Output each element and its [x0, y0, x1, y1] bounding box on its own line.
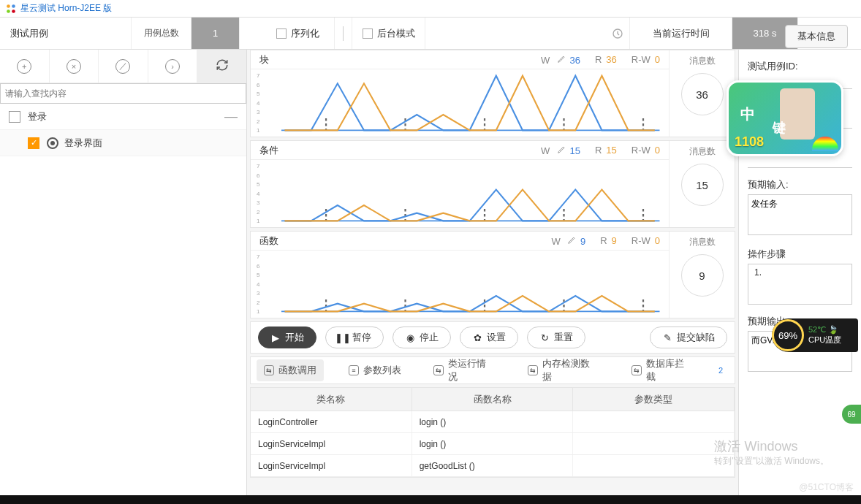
stop-button[interactable]: ◉停止 — [392, 327, 451, 348]
cpu-temp-widget[interactable]: 69% 52℃ 🍃 CPU温度 — [772, 318, 858, 352]
runtime-label: 当前运行时间 — [630, 18, 732, 49]
td-func: getGoodList () — [412, 455, 574, 476]
rw-value: 0 — [655, 54, 660, 65]
case-id-label: 测试用例ID: — [748, 60, 852, 73]
refresh-icon — [216, 58, 229, 74]
td-params — [573, 455, 735, 476]
message-count-label: 消息数 — [689, 55, 716, 67]
y-axis: 1234567 — [257, 163, 259, 224]
start-button[interactable]: ▶开始 — [258, 327, 316, 348]
w-value: 36 — [569, 55, 580, 66]
stop-icon: ◉ — [405, 332, 415, 343]
pause-icon: ❚❚ — [338, 332, 348, 343]
ime-char2: 键 — [773, 119, 786, 137]
ime-char: 中 — [740, 104, 755, 124]
clock-icon — [425, 18, 630, 49]
checkbox-icon[interactable] — [9, 111, 20, 123]
message-count-value: 9 — [681, 254, 724, 297]
th-func: 函数名称 — [412, 388, 574, 411]
table-row[interactable]: LoginServiceImpl login () — [251, 433, 735, 455]
list-icon: ⇆ — [631, 365, 642, 375]
basic-info-button[interactable]: 基本信息 — [785, 25, 848, 48]
tab-func-call[interactable]: ⇆函数调用 — [257, 359, 324, 381]
list-icon: ⇆ — [528, 365, 538, 375]
side-badge[interactable]: 69 — [842, 405, 861, 424]
background-mode-toggle[interactable]: 后台模式 — [352, 18, 425, 49]
chart-block-0: 块 W 36 R36 R-W0 1234567 消息数 36 — [250, 50, 735, 137]
edit-icon: ✎ — [662, 332, 672, 343]
total-cases-label: 用例总数 — [132, 18, 191, 49]
r-value: 9 — [612, 235, 617, 246]
table-row[interactable]: LoginController login () — [251, 411, 735, 433]
list-icon: ⇆ — [264, 365, 274, 375]
play-icon: ▶ — [270, 332, 281, 343]
svg-point-3 — [12, 9, 15, 13]
page-indicator[interactable]: 2 — [718, 366, 723, 375]
submit-defect-button[interactable]: ✎提交缺陷 — [650, 327, 727, 348]
pencil-icon[interactable] — [567, 234, 577, 245]
delete-button[interactable]: × — [50, 50, 99, 83]
taskbar[interactable] — [0, 495, 861, 504]
ime-overlay-widget[interactable]: 中 键 1108 — [727, 80, 843, 156]
message-count-label: 消息数 — [689, 236, 716, 248]
serialize-toggle[interactable]: 序列化 — [262, 18, 335, 49]
rw-value: 0 — [655, 235, 660, 246]
settings-button[interactable]: ✿设置 — [460, 327, 518, 348]
chart-title: 函数 — [259, 234, 303, 248]
tree-root-login[interactable]: 登录 — — [0, 104, 246, 130]
expected-input-field[interactable]: 发任务 — [748, 194, 852, 235]
edit-button[interactable]: ／ — [99, 50, 148, 83]
title-bar: 星云测试 Horn-J2EE 版 — [0, 0, 861, 18]
tree-label: 登录 — [28, 110, 47, 123]
reset-icon: ↻ — [539, 332, 550, 343]
r-value: 36 — [606, 54, 616, 65]
collapse-icon[interactable]: — — [224, 109, 238, 124]
checkbox-checked-icon[interactable]: ✓ — [28, 137, 39, 149]
cpu-temp-label: CPU温度 — [808, 335, 841, 345]
pencil-icon[interactable] — [557, 144, 567, 154]
td-class: LoginServiceImpl — [251, 455, 412, 476]
refresh-button[interactable] — [197, 50, 246, 83]
tab-param-list[interactable]: ≡参数列表 — [341, 359, 409, 381]
tab-db-intercept[interactable]: ⇆数据库拦截 — [624, 353, 701, 388]
td-class: LoginController — [251, 411, 412, 432]
checkbox-icon — [276, 28, 287, 39]
reset-button[interactable]: ↻重置 — [527, 327, 585, 348]
chart-block-1: 条件 W 15 R15 R-W0 1234567 消息数 15 — [250, 140, 735, 228]
w-value: 9 — [580, 236, 585, 247]
rw-value: 0 — [655, 145, 660, 156]
list-icon: ≡ — [349, 365, 359, 375]
search-input[interactable] — [0, 83, 246, 104]
gear-icon: ✿ — [472, 332, 482, 343]
main-content: 块 W 36 R36 R-W0 1234567 消息数 36 条件 — [247, 50, 738, 495]
tree-label: 登录界面 — [64, 137, 102, 150]
tab-runtime[interactable]: ⇆类运行情况 — [426, 353, 503, 388]
add-button[interactable]: + — [0, 50, 50, 83]
app-logo-icon — [6, 4, 16, 14]
td-class: LoginServiceImpl — [251, 433, 412, 454]
svg-point-0 — [7, 4, 10, 8]
next-button[interactable]: › — [148, 50, 198, 83]
tree-item-login-screen[interactable]: ✓ 登录界面 — [0, 130, 246, 156]
rainbow-icon — [812, 137, 838, 151]
table-header: 类名称 函数名称 参数类型 — [251, 388, 735, 411]
steps-label: 操作步骤 — [748, 248, 852, 261]
td-params — [573, 433, 735, 454]
pause-button[interactable]: ❚❚暂停 — [325, 327, 384, 348]
test-case-tree: 登录 — ✓ 登录界面 — [0, 104, 246, 495]
pencil-icon[interactable] — [557, 53, 567, 64]
table-row[interactable]: LoginServiceImpl getGoodList () — [251, 455, 735, 477]
cpu-percent: 69% — [772, 319, 804, 351]
svg-point-1 — [12, 4, 15, 8]
target-icon — [47, 137, 58, 149]
top-bar: 测试用例 用例总数 1 序列化 后台模式 当前运行时间 318 s — [0, 18, 861, 50]
td-func: login () — [412, 433, 574, 454]
chart-title: 条件 — [259, 144, 303, 157]
bottom-tabs: ⇆函数调用 ≡参数列表 ⇆类运行情况 ⇆内存检测数据 ⇆数据库拦截 2 — [250, 356, 735, 384]
total-cases-value: 1 — [191, 18, 240, 49]
message-count-value: 36 — [681, 73, 724, 115]
ime-score: 1108 — [735, 134, 764, 150]
steps-field[interactable]: 1. — [748, 264, 852, 305]
tab-mem-check[interactable]: ⇆内存检测数据 — [520, 353, 607, 388]
function-table: 类名称 函数名称 参数类型 LoginController login () L… — [250, 387, 735, 478]
